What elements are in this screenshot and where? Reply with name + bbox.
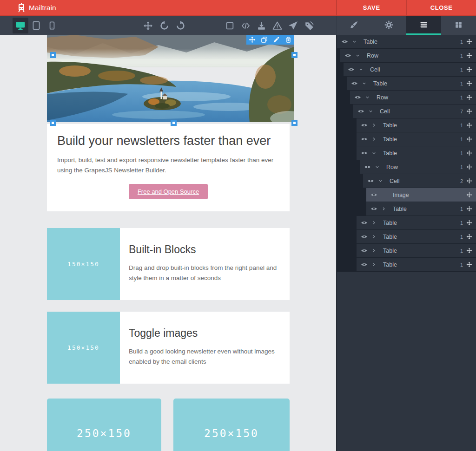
- resize-handle-bottom-center[interactable]: [171, 120, 177, 126]
- layer-row-row[interactable]: Row1: [360, 160, 476, 174]
- move-icon[interactable]: [466, 150, 472, 156]
- redo-button[interactable]: [176, 21, 185, 31]
- chevron-right-icon[interactable]: [381, 206, 387, 211]
- eye-icon[interactable]: [361, 233, 368, 240]
- save-button[interactable]: SAVE: [336, 0, 406, 15]
- chevron-down-icon[interactable]: [375, 164, 380, 170]
- chevron-down-icon[interactable]: [358, 67, 364, 72]
- import-button[interactable]: [257, 21, 266, 31]
- move-icon[interactable]: [466, 261, 472, 268]
- move-icon[interactable]: [466, 192, 472, 198]
- chevron-right-icon[interactable]: [371, 220, 377, 225]
- move-button[interactable]: [143, 21, 153, 31]
- chevron-down-icon[interactable]: [378, 178, 383, 183]
- chevron-down-icon[interactable]: [355, 53, 361, 58]
- eye-icon[interactable]: [361, 150, 368, 157]
- resize-handle-bottom-left[interactable]: [50, 120, 56, 126]
- chevron-right-icon[interactable]: [371, 234, 377, 239]
- device-desktop-button[interactable]: [13, 18, 28, 33]
- resize-handle-left[interactable]: [50, 52, 56, 58]
- resize-handle-bottom-right[interactable]: [291, 120, 298, 126]
- image-placeholder[interactable]: 250×150: [47, 399, 161, 451]
- layer-row-cell[interactable]: Cell1: [344, 63, 476, 77]
- move-icon[interactable]: [466, 94, 472, 100]
- delete-button[interactable]: [285, 36, 292, 43]
- eye-icon[interactable]: [348, 66, 355, 73]
- layer-row-table[interactable]: Table1: [357, 132, 476, 146]
- layer-row-table[interactable]: Table1: [357, 146, 476, 160]
- layer-row-table[interactable]: Table1: [357, 118, 476, 132]
- panel-tab-gear[interactable]: [371, 16, 406, 35]
- eye-icon[interactable]: [357, 108, 365, 115]
- layer-row-cell[interactable]: Cell2: [363, 174, 476, 188]
- resize-handle-right[interactable]: [291, 52, 298, 58]
- chevron-right-icon[interactable]: [371, 137, 377, 142]
- eye-icon[interactable]: [364, 163, 371, 170]
- layer-row-table[interactable]: Table1: [347, 77, 476, 91]
- layer-row-table[interactable]: Table1: [357, 258, 476, 272]
- send-button[interactable]: [288, 21, 298, 31]
- eye-icon[interactable]: [361, 247, 368, 254]
- image-placeholder[interactable]: 250×150: [173, 399, 290, 451]
- chevron-down-icon[interactable]: [352, 39, 357, 44]
- move-icon[interactable]: [466, 178, 472, 184]
- eye-icon[interactable]: [370, 191, 378, 198]
- move-icon[interactable]: [466, 39, 472, 45]
- move-icon[interactable]: [466, 248, 472, 254]
- layer-row-table[interactable]: Table1: [337, 35, 476, 49]
- panel-tab-blocks[interactable]: [441, 16, 476, 35]
- eye-icon[interactable]: [361, 261, 368, 268]
- move-icon[interactable]: [466, 164, 472, 170]
- layer-row-image[interactable]: Image: [366, 188, 476, 202]
- eye-icon[interactable]: [370, 205, 378, 212]
- eye-icon[interactable]: [361, 136, 368, 143]
- image-placeholder[interactable]: 150×150: [47, 312, 120, 384]
- warning-button[interactable]: [272, 21, 282, 31]
- undo-button[interactable]: [159, 21, 169, 31]
- move-icon[interactable]: [466, 66, 472, 72]
- chevron-down-icon[interactable]: [371, 150, 377, 156]
- move-icon[interactable]: [466, 136, 472, 142]
- chevron-right-icon[interactable]: [371, 123, 377, 128]
- hero-image[interactable]: [47, 35, 294, 122]
- layer-row-row[interactable]: Row1: [340, 49, 476, 63]
- border-button[interactable]: [225, 21, 235, 31]
- panel-tab-layers[interactable]: [406, 16, 441, 35]
- eye-icon[interactable]: [351, 80, 358, 87]
- layer-row-row[interactable]: Row1: [350, 91, 476, 105]
- eye-icon[interactable]: [354, 94, 362, 101]
- eye-icon[interactable]: [341, 38, 349, 45]
- feature-section[interactable]: 150×150Built-in BlocksDrag and drop buil…: [47, 228, 290, 300]
- copy-button[interactable]: [261, 36, 268, 43]
- layer-row-table[interactable]: Table1: [357, 230, 476, 244]
- image-placeholder[interactable]: 150×150: [47, 228, 120, 300]
- move-icon[interactable]: [466, 80, 472, 86]
- eye-icon[interactable]: [367, 177, 375, 184]
- layer-row-table[interactable]: Table1: [357, 216, 476, 230]
- move-icon[interactable]: [466, 234, 472, 240]
- eye-icon[interactable]: [344, 52, 352, 59]
- move-icon[interactable]: [466, 52, 472, 59]
- move-icon[interactable]: [466, 108, 472, 114]
- tag-button[interactable]: [304, 21, 314, 31]
- eye-icon[interactable]: [361, 219, 368, 226]
- eye-icon[interactable]: [361, 122, 368, 129]
- device-tablet-button[interactable]: [28, 18, 44, 33]
- chevron-right-icon[interactable]: [371, 262, 377, 267]
- chevron-down-icon[interactable]: [365, 95, 370, 100]
- feature-section[interactable]: 150×150Toggle imagesBuild a good looking…: [47, 312, 290, 384]
- intro-section[interactable]: Build your newsletters faster than ever …: [47, 124, 290, 211]
- move-icon[interactable]: [466, 220, 472, 226]
- chevron-down-icon[interactable]: [368, 109, 374, 114]
- edit-button[interactable]: [273, 36, 280, 43]
- panel-tab-brush[interactable]: [337, 16, 371, 35]
- move-icon[interactable]: [466, 206, 472, 212]
- move-icon[interactable]: [466, 122, 472, 128]
- device-mobile-button[interactable]: [44, 18, 60, 33]
- move-button[interactable]: [249, 36, 256, 43]
- layer-row-cell[interactable]: Cell7: [353, 105, 476, 118]
- layer-row-table[interactable]: Table1: [357, 244, 476, 258]
- code-button[interactable]: [241, 21, 251, 31]
- cta-button[interactable]: Free and Open Source: [129, 184, 208, 199]
- chevron-right-icon[interactable]: [371, 248, 377, 253]
